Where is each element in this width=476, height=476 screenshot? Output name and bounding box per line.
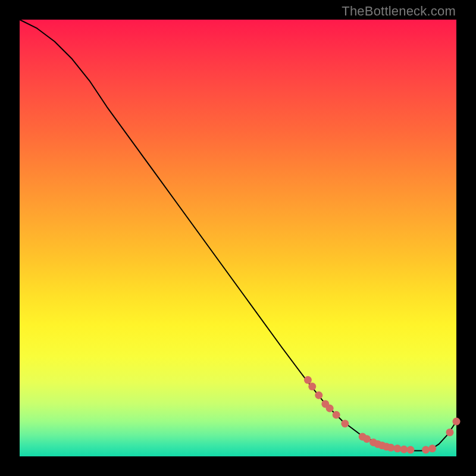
data-marker xyxy=(333,411,340,419)
data-marker xyxy=(393,444,401,452)
data-marker xyxy=(406,446,414,453)
data-marker xyxy=(308,383,316,390)
curve-path xyxy=(20,20,456,450)
data-marker xyxy=(400,446,408,453)
data-marker xyxy=(326,405,334,412)
data-marker xyxy=(428,444,436,452)
data-marker xyxy=(387,444,394,452)
data-marker xyxy=(341,419,349,427)
data-marker xyxy=(446,428,453,436)
watermark-text: TheBottleneck.com xyxy=(342,4,456,19)
chart-frame: TheBottleneck.com xyxy=(0,0,476,476)
data-marker xyxy=(304,376,312,384)
curve-series xyxy=(20,20,456,450)
data-marker xyxy=(315,392,322,399)
data-marker xyxy=(422,446,430,453)
data-marker xyxy=(453,418,461,425)
data-marker xyxy=(363,435,371,443)
marker-series xyxy=(304,376,461,453)
chart-overlay xyxy=(20,20,456,456)
